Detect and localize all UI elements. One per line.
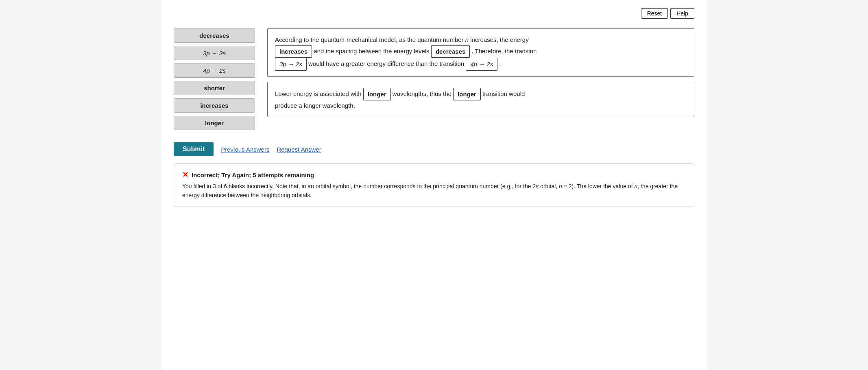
x-icon: ✕ [182, 170, 188, 179]
submit-button[interactable]: Submit [174, 142, 214, 156]
bottom-controls: Submit Previous Answers Request Answer [174, 142, 694, 156]
feedback-title: ✕ Incorrect; Try Again; 5 attempts remai… [182, 170, 686, 179]
answer-longer-2[interactable]: longer [453, 88, 481, 101]
answer-3p2s[interactable]: 3p → 2s [275, 58, 307, 71]
word-tile-increases[interactable]: increases [174, 98, 255, 113]
para1-middle2: would have a greater energy difference t… [308, 60, 466, 67]
reset-button[interactable]: Reset [641, 8, 668, 19]
word-tile-4p2s[interactable]: 4p → 2s [174, 63, 255, 78]
help-button[interactable]: Help [670, 8, 694, 19]
feedback-body: You filled in 3 of 6 blanks incorrectly.… [182, 182, 686, 200]
para1-suffix: . Therefore, the transion [472, 47, 537, 54]
previous-answers-link[interactable]: Previous Answers [221, 146, 269, 153]
word-bank: decreases 3p → 2s 4p → 2s shorter increa… [174, 28, 255, 130]
word-tile-longer[interactable]: longer [174, 116, 255, 130]
para2-suffix: transition would [482, 90, 525, 97]
answer-4p2s[interactable]: 4p → 2s [466, 58, 497, 71]
para1-end: . [499, 60, 501, 67]
text-block-1: According to the quantum-mechanical mode… [267, 28, 694, 77]
word-tile-shorter[interactable]: shorter [174, 81, 255, 95]
para1-prefix: According to the quantum-mechanical mode… [275, 36, 465, 43]
content-area: According to the quantum-mechanical mode… [267, 28, 694, 130]
feedback-title-text: Incorrect; Try Again; 5 attempts remaini… [192, 172, 314, 178]
answer-decreases[interactable]: decreases [431, 45, 470, 58]
para2-middle: wavelengths, thus the [393, 90, 453, 97]
request-answer-link[interactable]: Request Answer [277, 146, 321, 153]
para2-produce: produce a longer wavelength. [275, 102, 355, 109]
answer-longer-1[interactable]: longer [363, 88, 391, 101]
word-tile-decreases[interactable]: decreases [174, 28, 255, 43]
answer-increases[interactable]: increases [275, 45, 312, 58]
text-block-2: Lower energy is associated with longer w… [267, 82, 694, 117]
para2-prefix: Lower energy is associated with [275, 90, 362, 97]
feedback-box: ✕ Incorrect; Try Again; 5 attempts remai… [174, 163, 694, 207]
para1-n: n [465, 36, 469, 43]
word-tile-3p2s[interactable]: 3p → 2s [174, 46, 255, 60]
para1-middle: increases, the energy [469, 36, 529, 43]
para1-connector: and the spacing between the energy level… [314, 47, 431, 54]
